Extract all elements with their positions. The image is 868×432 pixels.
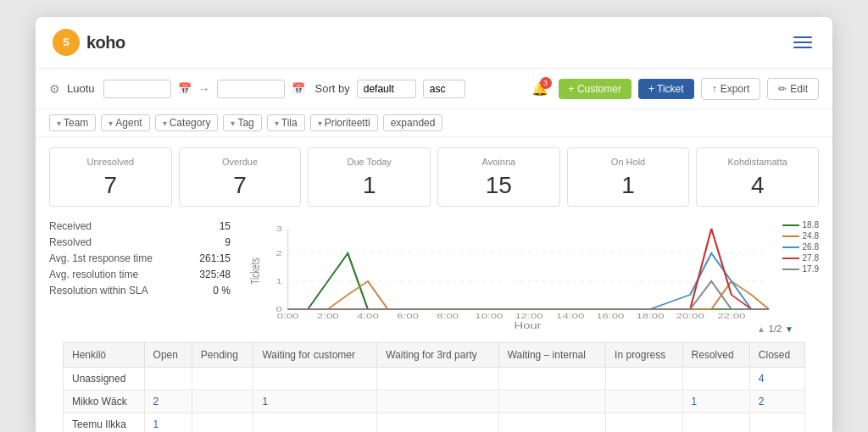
- legend-item-4: 27.8: [782, 253, 819, 263]
- cell-1-8: 2: [749, 390, 804, 413]
- cell-2-2: [192, 413, 253, 433]
- svg-text:22:00: 22:00: [717, 312, 745, 320]
- chart-legend: 18.8 24.8 26.8 27.8: [782, 220, 819, 274]
- stat-card-5: Kohdistamatta 4: [696, 147, 819, 207]
- metric-label-2: Avg. 1st response time: [49, 252, 153, 264]
- table-row: Mikko Wäck2112: [64, 390, 805, 413]
- col-header-8: Closed: [749, 343, 804, 368]
- date-to-input[interactable]: [217, 80, 285, 98]
- col-header-1: Open: [144, 343, 192, 368]
- filter-tag-prioriteetti[interactable]: Prioriteetti: [310, 114, 378, 131]
- edit-button[interactable]: ✏ Edit: [767, 78, 819, 100]
- metric-value-0: 15: [220, 220, 231, 232]
- stat-title-1: Overdue: [190, 157, 291, 167]
- filter-tag-team[interactable]: Team: [49, 114, 96, 131]
- cell-link-1-7[interactable]: 1: [692, 396, 698, 407]
- legend-label-5: 17.9: [803, 264, 819, 274]
- cell-link-0-8[interactable]: 4: [759, 373, 765, 385]
- legend-item-3: 26.8: [782, 242, 819, 252]
- ticket-button[interactable]: + Ticket: [638, 79, 694, 99]
- cell-link-1-3[interactable]: 1: [262, 396, 268, 407]
- cell-1-0: Mikko Wäck: [64, 390, 145, 413]
- legend-label-4: 27.8: [803, 253, 819, 263]
- svg-text:18:00: 18:00: [636, 312, 664, 320]
- stat-card-2: Due Today 1: [308, 147, 431, 207]
- svg-text:4:00: 4:00: [357, 312, 379, 320]
- filter-tag-tila[interactable]: Tila: [267, 114, 305, 131]
- toolbar: ⚙ Luotu 📅 → 📅 Sort by 🔔 3 + Customer + T…: [36, 69, 832, 109]
- cell-1-4: [377, 390, 499, 413]
- metric-value-2: 261:15: [199, 252, 231, 264]
- cell-2-3: [253, 413, 377, 433]
- content-area: Received 15Resolved 9Avg. 1st response t…: [36, 212, 832, 339]
- filter-tag-tag[interactable]: Tag: [223, 114, 261, 131]
- svg-text:12:00: 12:00: [515, 312, 542, 320]
- cell-1-2: [192, 390, 253, 413]
- metric-row-1: Resolved 9: [49, 236, 231, 248]
- cell-link-1-8[interactable]: 2: [759, 396, 765, 407]
- cell-link-2-1[interactable]: 1: [153, 418, 159, 430]
- svg-text:1: 1: [276, 277, 282, 285]
- cell-1-7: 1: [682, 390, 749, 413]
- filter-tag-agent[interactable]: Agent: [101, 114, 149, 131]
- sort-label: Sort by: [315, 82, 350, 95]
- cell-0-5: [498, 368, 605, 390]
- col-header-7: Resolved: [682, 343, 749, 368]
- metric-label-3: Avg. resolution time: [49, 269, 138, 280]
- col-header-4: Waiting for 3rd party: [377, 343, 499, 368]
- logo: S koho: [53, 29, 125, 56]
- export-button[interactable]: ↑ Export: [701, 78, 761, 100]
- cell-1-6: [606, 390, 682, 413]
- stat-title-0: Unresolved: [60, 157, 161, 167]
- stat-card-4: On Hold 1: [567, 147, 690, 207]
- cell-0-0: Unassigned: [64, 368, 145, 390]
- logo-icon: S: [53, 29, 80, 56]
- cell-0-2: [192, 368, 253, 390]
- arrow-icon: →: [198, 82, 210, 96]
- chart-pagination: ▲ 1/2 ▼: [757, 324, 793, 334]
- svg-text:Hour: Hour: [515, 321, 542, 330]
- cell-2-0: Teemu Ilkka: [64, 413, 145, 433]
- cell-0-1: [144, 368, 192, 390]
- svg-text:8:00: 8:00: [437, 312, 459, 320]
- luotu-label: Luotu: [67, 82, 95, 95]
- stat-value-5: 4: [707, 174, 808, 197]
- next-page-icon[interactable]: ▼: [785, 324, 793, 334]
- metric-row-4: Resolution within SLA 0 %: [49, 285, 231, 296]
- metric-value-1: 9: [225, 236, 231, 248]
- date-from-input[interactable]: [103, 80, 171, 98]
- cell-2-1: 1: [144, 413, 192, 433]
- cell-0-4: [377, 368, 499, 390]
- hamburger-menu[interactable]: [790, 33, 815, 52]
- gear-icon[interactable]: ⚙: [49, 82, 60, 96]
- legend-label-3: 26.8: [803, 242, 819, 252]
- svg-text:0:00: 0:00: [277, 312, 299, 320]
- col-header-0: Henkilö: [64, 343, 145, 368]
- stat-title-5: Kohdistamatta: [707, 157, 808, 167]
- chart-area: 0 1 2 3 0:00 2:00 4:00 6:00 8:00 10:00 1…: [244, 220, 819, 330]
- metric-value-4: 0 %: [213, 285, 231, 296]
- metrics-panel: Received 15Resolved 9Avg. 1st response t…: [49, 220, 244, 330]
- legend-label-2: 24.8: [803, 231, 819, 241]
- legend-item-1: 18.8: [782, 220, 819, 230]
- stat-card-0: Unresolved 7: [49, 147, 172, 207]
- col-header-3: Waiting for customer: [253, 343, 377, 368]
- export-icon: ↑: [712, 83, 717, 95]
- metric-row-2: Avg. 1st response time 261:15: [49, 252, 231, 264]
- customer-button[interactable]: + Customer: [559, 79, 632, 99]
- sort-order-input[interactable]: [423, 80, 465, 98]
- svg-text:Tickets: Tickets: [248, 258, 262, 284]
- metric-label-0: Received: [49, 220, 92, 232]
- metric-label-1: Resolved: [49, 236, 92, 248]
- prev-page-icon[interactable]: ▲: [757, 324, 765, 334]
- stat-value-0: 7: [60, 174, 161, 197]
- bell-button[interactable]: 🔔 3: [528, 77, 552, 100]
- sort-field-input[interactable]: [357, 80, 416, 98]
- cell-link-1-1[interactable]: 2: [153, 396, 159, 407]
- filter-tag-category[interactable]: Category: [155, 114, 219, 131]
- expanded-tag: expanded: [383, 114, 443, 131]
- legend-label-1: 18.8: [803, 220, 819, 230]
- stat-cards: Unresolved 7Overdue 7Due Today 1Avoinna …: [36, 137, 832, 212]
- table-container: HenkilöOpenPendingWaiting for customerWa…: [36, 342, 832, 432]
- cell-0-7: [682, 368, 749, 390]
